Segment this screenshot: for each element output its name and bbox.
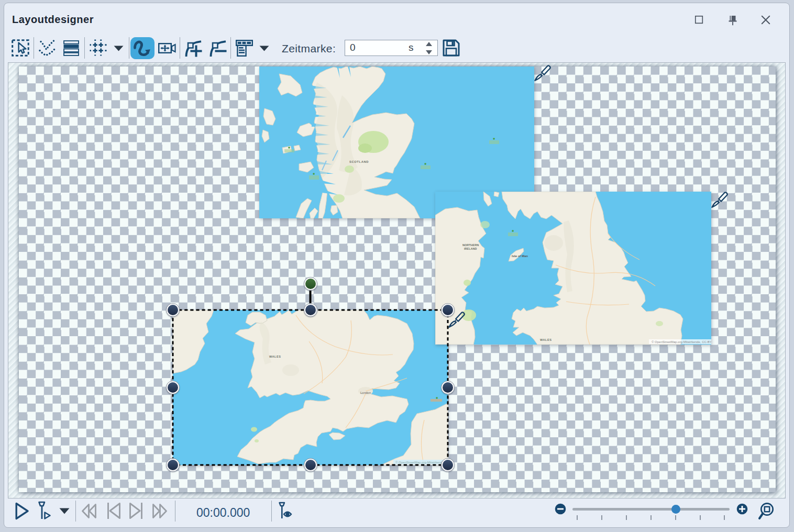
svg-text:IRELAND: IRELAND xyxy=(464,247,477,250)
svg-text:© OpenStreetMap.org-Mitwirkend: © OpenStreetMap.org-Mitwirkende, CC-BY-S… xyxy=(652,340,711,343)
svg-text:NORTHERN: NORTHERN xyxy=(462,243,479,247)
svg-text:SCOTLAND: SCOTLAND xyxy=(349,160,369,163)
svg-text:WALES: WALES xyxy=(540,338,552,341)
svg-text:Isle of Man: Isle of Man xyxy=(512,254,528,258)
